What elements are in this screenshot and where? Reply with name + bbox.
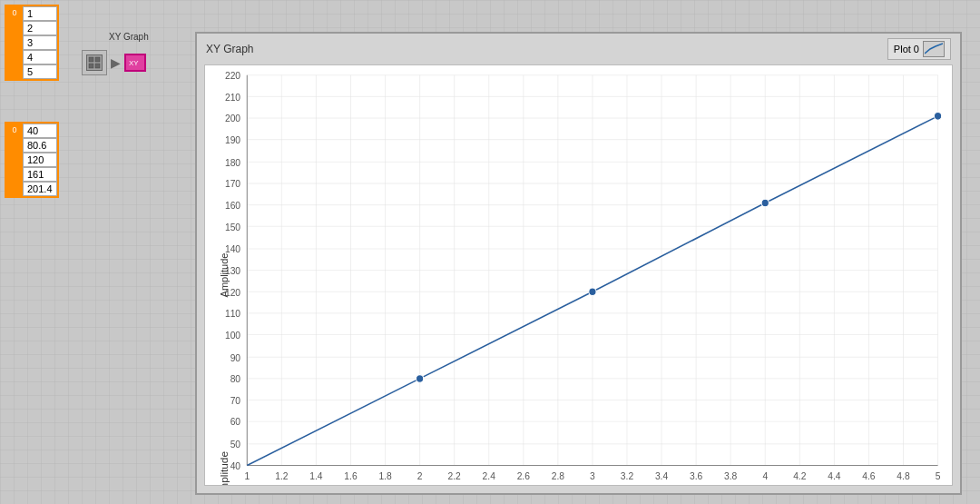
svg-text:220: 220 bbox=[225, 70, 240, 81]
plot-button-label: Plot 0 bbox=[894, 44, 919, 54]
array-index-1: 0 bbox=[6, 6, 23, 79]
array-block-2: 0 40 80.6 120 161 201.4 bbox=[5, 122, 59, 198]
svg-rect-1 bbox=[95, 57, 100, 62]
svg-text:60: 60 bbox=[230, 416, 241, 427]
graph-container: Amplitude bbox=[204, 64, 953, 486]
svg-text:4.8: 4.8 bbox=[897, 469, 909, 480]
y-axis-label: Amplitude bbox=[219, 253, 230, 298]
array-values-2: 40 80.6 120 161 201.4 bbox=[23, 124, 57, 196]
array-cell-2-2[interactable]: 120 bbox=[23, 153, 57, 167]
svg-text:1.8: 1.8 bbox=[378, 469, 391, 480]
array-cell-1-3[interactable]: 4 bbox=[23, 50, 57, 64]
svg-text:90: 90 bbox=[230, 351, 241, 362]
svg-text:3.4: 3.4 bbox=[655, 469, 668, 480]
xy-graph-connector[interactable]: XY bbox=[124, 54, 146, 72]
svg-text:110: 110 bbox=[225, 308, 240, 319]
arrow-icon: ▶ bbox=[111, 55, 121, 70]
connector-inner bbox=[86, 54, 103, 71]
connector-area: XY Graph ▶ XY bbox=[82, 50, 146, 75]
left-panel: 0 1 2 3 4 5 0 40 80.6 120 161 201.4 bbox=[5, 5, 59, 198]
array-cell-1-1[interactable]: 2 bbox=[23, 21, 57, 35]
svg-text:2.4: 2.4 bbox=[483, 469, 495, 480]
connector-box[interactable] bbox=[82, 50, 107, 75]
svg-text:170: 170 bbox=[225, 178, 240, 189]
svg-text:40: 40 bbox=[230, 460, 241, 471]
svg-text:100: 100 bbox=[225, 330, 240, 341]
svg-text:2.8: 2.8 bbox=[552, 469, 564, 480]
connector-label: XY Graph bbox=[109, 32, 149, 42]
svg-text:150: 150 bbox=[225, 221, 240, 232]
svg-text:4.2: 4.2 bbox=[793, 469, 806, 480]
svg-text:4.4: 4.4 bbox=[828, 469, 840, 480]
array-cell-1-4[interactable]: 5 bbox=[23, 64, 57, 79]
svg-text:70: 70 bbox=[230, 395, 241, 406]
array-cell-2-0[interactable]: 40 bbox=[23, 124, 57, 138]
plot-icon bbox=[923, 41, 945, 57]
svg-text:1: 1 bbox=[244, 469, 250, 480]
svg-rect-0 bbox=[89, 57, 93, 62]
svg-rect-3 bbox=[95, 64, 100, 68]
array-cell-2-3[interactable]: 161 bbox=[23, 167, 57, 182]
array-cell-2-4[interactable]: 201.4 bbox=[23, 182, 57, 196]
svg-text:XY: XY bbox=[129, 59, 139, 67]
svg-text:1.4: 1.4 bbox=[309, 469, 322, 480]
array-cell-1-2[interactable]: 3 bbox=[23, 35, 57, 50]
svg-text:4.6: 4.6 bbox=[862, 469, 875, 480]
plot-line-icon bbox=[925, 43, 943, 55]
plot-button[interactable]: Plot 0 bbox=[887, 38, 951, 60]
svg-text:2.6: 2.6 bbox=[517, 469, 530, 480]
svg-text:4: 4 bbox=[762, 469, 768, 480]
svg-text:3: 3 bbox=[590, 469, 595, 480]
data-point-4 bbox=[761, 199, 769, 207]
graph-svg: 220 210 200 190 180 170 160 150 140 130 … bbox=[204, 64, 953, 486]
graph-header: XY Graph Plot 0 bbox=[197, 34, 960, 64]
svg-text:180: 180 bbox=[225, 156, 240, 167]
svg-text:1.2: 1.2 bbox=[275, 469, 288, 480]
array-cell-1-0[interactable]: 1 bbox=[23, 6, 57, 21]
array-block-1: 0 1 2 3 4 5 bbox=[5, 5, 59, 81]
svg-rect-2 bbox=[89, 64, 93, 68]
graph-title: XY Graph bbox=[206, 43, 253, 55]
data-point-5 bbox=[934, 113, 941, 121]
svg-text:80: 80 bbox=[230, 373, 241, 384]
svg-text:210: 210 bbox=[225, 91, 240, 102]
svg-text:3.8: 3.8 bbox=[724, 469, 737, 480]
svg-text:3.6: 3.6 bbox=[690, 469, 702, 480]
xy-icon: XY bbox=[128, 57, 142, 68]
svg-text:1.6: 1.6 bbox=[344, 469, 357, 480]
svg-text:3.2: 3.2 bbox=[621, 469, 633, 480]
array-cell-2-1[interactable]: 80.6 bbox=[23, 138, 57, 153]
svg-text:190: 190 bbox=[225, 134, 240, 145]
svg-text:2: 2 bbox=[417, 469, 423, 480]
connector-svg-icon bbox=[88, 56, 101, 69]
array-index-2: 0 bbox=[6, 124, 23, 196]
data-point-3 bbox=[589, 288, 596, 296]
svg-text:200: 200 bbox=[225, 113, 240, 124]
svg-text:2.2: 2.2 bbox=[448, 469, 461, 480]
svg-text:5: 5 bbox=[936, 469, 941, 480]
svg-text:160: 160 bbox=[225, 200, 240, 211]
data-point-2 bbox=[416, 375, 423, 383]
svg-text:50: 50 bbox=[230, 439, 241, 450]
svg-text:Amplitude: Amplitude bbox=[219, 451, 230, 486]
graph-panel: XY Graph Plot 0 Amplitude bbox=[195, 32, 962, 495]
array-values-1: 1 2 3 4 5 bbox=[23, 6, 57, 79]
